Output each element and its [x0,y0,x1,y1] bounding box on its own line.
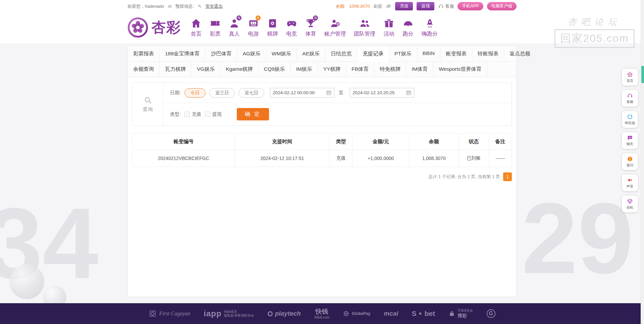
tab-item[interactable]: Wesports世界体育 [433,62,487,77]
tab-item[interactable]: 彩票报表 [128,46,160,61]
scrollbar-track[interactable] [641,0,644,324]
tab-item[interactable]: IM娱乐 [290,62,318,77]
page-1-button[interactable]: 1 [503,172,512,181]
nav-item-home[interactable]: 首页 [191,18,202,38]
alert-circle-icon [627,156,633,162]
calendar-icon[interactable] [406,90,412,96]
tab-item[interactable]: 账变报表 [440,46,472,61]
pc-client-button[interactable]: 电脑客户端 [487,2,517,10]
scrollbar-thumb[interactable] [641,66,644,83]
gamepad-icon [286,18,297,29]
tab-item[interactable]: AG娱乐 [237,46,266,61]
nav-item-hi-paofen[interactable]: 嗨跑分 [422,18,438,38]
customer-service-label: 客服 [445,3,454,9]
footer-logo-safe-betting: 可靠&安全 博彩 [448,309,473,319]
globe-icon [343,310,350,317]
tab-item[interactable]: 返点总额 [504,46,536,61]
new-badge: N [236,15,241,20]
tab-item[interactable]: 瓦力棋牌 [160,62,192,77]
nav-item-egames[interactable]: H 电游 [248,18,259,38]
preset-today-button[interactable]: 今日 [184,88,206,98]
deposit-button[interactable]: 充值 [395,2,413,10]
content-panel: 彩票报表 188金宝博体育 沙巴体育 AG娱乐 WM娱乐 AE娱乐 日结总览 充… [127,46,517,297]
floating-sidebar: 首页 客服 IM充值 聊天 疑问 声音 挂机 [622,69,638,212]
tab-item[interactable]: AE娱乐 [297,46,325,61]
footer-logo-subtext: 可靠&安全 [458,309,473,313]
report-tabs-row-2: 余额查询 瓦力棋牌 VG娱乐 Kgame棋牌 CQ9娱乐 IM娱乐 YY棋牌 F… [128,62,516,77]
tab-item[interactable]: CQ9娱乐 [259,62,291,77]
tab-item[interactable]: Kgame棋牌 [220,62,258,77]
tab-item[interactable]: VG娱乐 [192,62,220,77]
withdraw-checkbox[interactable] [205,112,210,117]
topbar: 欢迎您，hadesado ✉ 预留信息: ✎ 安全退出 余额: 1008.307… [0,0,644,12]
logout-link[interactable]: 安全退出 [205,3,223,9]
page: 34 29 欢迎您，hadesado ✉ 预留信息: ✎ 安全退出 余额: 10… [0,0,644,324]
tab-item[interactable]: FB体育 [346,62,374,77]
sidebar-item-home[interactable]: 首页 [622,69,638,86]
footer-logo-mcai: mcai [384,310,398,317]
tab-item[interactable]: BBIN [417,46,440,61]
tab-item[interactable]: 188金宝博体育 [160,46,205,61]
nav-item-paofen[interactable]: 跑分 [402,18,414,38]
preset-3days-button[interactable]: 近三日 [209,88,235,98]
sidebar-item-question[interactable]: 疑问 [622,153,638,170]
footer-logo-text: First Cagayan [159,311,190,317]
tab-item[interactable]: WM娱乐 [266,46,297,61]
calendar-icon[interactable] [326,90,332,96]
deposit-checkbox[interactable] [184,112,190,117]
tab-item[interactable]: IM体育 [406,62,433,77]
nav-item-sports[interactable]: N 体育 [305,18,316,38]
speedometer-icon [402,18,414,29]
tab-item[interactable]: 转账报表 [472,46,504,61]
date-to-label: 至 [339,90,343,96]
refresh-button[interactable]: 刷新 [373,3,382,9]
sidebar-item-service[interactable]: 客服 [622,90,638,107]
gift-icon [383,18,394,29]
footer-logo-text: GlobePay [352,311,370,316]
nav-item-account-management[interactable]: 账户管理 [324,18,346,38]
withdraw-button[interactable]: 提现 [417,2,434,10]
date-from-input[interactable] [273,90,324,95]
nav-item-activities[interactable]: 活动 [383,18,394,38]
tab-item[interactable]: 日结总览 [325,46,357,61]
query-side-label: 查询 [132,83,163,125]
customer-service-link[interactable]: 客服 [438,3,454,9]
record-time-cell: 2024-02-12 10:17:51 [235,150,330,167]
nav-item-board-games[interactable]: 棋牌 [267,18,278,38]
date-filter-row: 日期: 今日 近三日 近七日 至 [163,83,512,103]
nav-item-live[interactable]: N 真人 [229,18,240,38]
date-to-input[interactable] [353,90,404,95]
sidebar-item-label: 挂机 [627,205,633,210]
tab-item-active[interactable]: 充提记录 [357,46,389,62]
welcome-text: 欢迎您，hadesado [127,3,164,9]
sidebar-item-idle[interactable]: 挂机 [622,196,638,212]
sidebar-item-chat[interactable]: 聊天 [622,132,638,149]
sidebar-item-sound[interactable]: 声音 [622,174,638,191]
edit-icon[interactable]: ✎ [198,4,202,9]
nav-item-team-management[interactable]: 团队管理 [354,18,375,38]
eye-off-icon[interactable] [386,3,391,9]
mobile-app-button[interactable]: 手机APP [458,2,483,10]
footer: First Cagayan iapp iapp成员 隐私权专家国际协会 play… [0,303,644,324]
nav-item-esports[interactable]: 电竞 [286,18,297,38]
sidebar-item-im-recharge[interactable]: IM充值 [622,111,638,128]
nav-item-lottery[interactable]: 彩票 [210,18,221,38]
tab-item[interactable]: YY棋牌 [318,62,346,77]
footer-logo-text: playtech [275,310,301,317]
nav-item-label: 跑分 [403,31,414,38]
tab-item[interactable]: 沙巴体育 [205,46,237,61]
record-amount-cell: +1,000.0000 [352,150,409,167]
tab-item[interactable]: 余额查询 [128,62,160,77]
sidebar-item-label: 聊天 [627,142,633,147]
account-gear-icon [330,18,341,29]
confirm-button[interactable]: 确 定 [237,108,269,120]
refresh-icon [627,114,633,120]
type-label: 类型: [170,111,181,117]
preset-7days-button[interactable]: 近七日 [238,88,264,98]
headset-icon [438,3,444,9]
brand-logo[interactable]: 杏彩 [127,17,181,38]
tab-item[interactable]: PT娱乐 [389,46,417,61]
message-envelope-icon[interactable]: ✉ [168,4,172,9]
column-header: 类型 [330,133,353,150]
tab-item[interactable]: 特免棋牌 [374,62,406,77]
